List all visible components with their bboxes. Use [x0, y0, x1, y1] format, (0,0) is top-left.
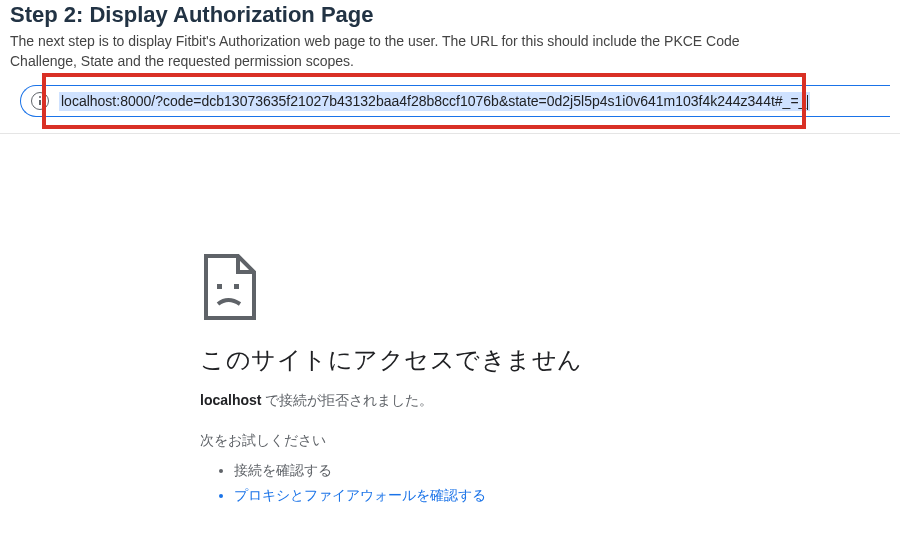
error-host: localhost [200, 392, 261, 408]
url-value: localhost:8000/?code=dcb13073635f21027b4… [61, 93, 806, 109]
chrome-error-page: このサイトにアクセスできません localhost で接続が拒否されました。 次… [200, 254, 700, 534]
suggestion-list: 接続を確認する プロキシとファイアウォールを確認する [200, 458, 700, 508]
site-info-icon[interactable] [31, 92, 49, 110]
url-bar-area: localhost:8000/?code=dcb13073635f21027b4… [10, 83, 890, 123]
step-description: The next step is to display Fitbit's Aut… [10, 32, 770, 71]
svg-rect-0 [217, 284, 222, 289]
error-code: ERR_CONNECTION_REFUSED [200, 531, 700, 534]
svg-rect-1 [234, 284, 239, 289]
tutorial-step-block: Step 2: Display Authorization Page The n… [0, 0, 900, 134]
suggestion-item-link[interactable]: プロキシとファイアウォールを確認する [234, 483, 700, 508]
error-host-suffix: で接続が拒否されました。 [261, 392, 433, 408]
try-heading: 次をお試しください [200, 432, 700, 450]
suggestion-item: 接続を確認する [234, 458, 700, 483]
text-cursor [807, 95, 808, 110]
browser-omnibox[interactable]: localhost:8000/?code=dcb13073635f21027b4… [20, 85, 890, 117]
error-title: このサイトにアクセスできません [200, 344, 700, 376]
step-title: Step 2: Display Authorization Page [10, 0, 890, 28]
url-text[interactable]: localhost:8000/?code=dcb13073635f21027b4… [59, 92, 810, 111]
sad-document-icon [200, 254, 260, 320]
error-subtitle: localhost で接続が拒否されました。 [200, 392, 700, 410]
